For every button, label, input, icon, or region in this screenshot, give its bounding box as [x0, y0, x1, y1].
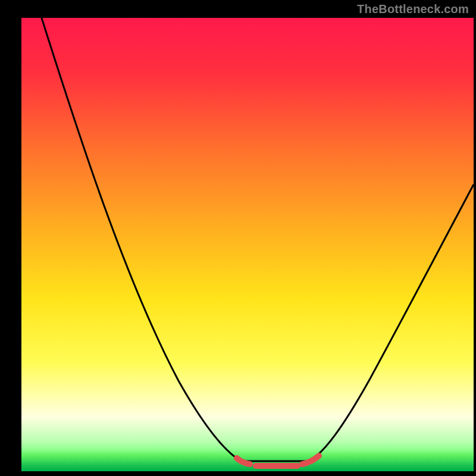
- heat-gradient-background: [21, 18, 474, 471]
- bottleneck-chart: [0, 0, 476, 476]
- chart-stage: TheBottleneck.com: [0, 0, 476, 476]
- watermark-text: TheBottleneck.com: [357, 2, 469, 16]
